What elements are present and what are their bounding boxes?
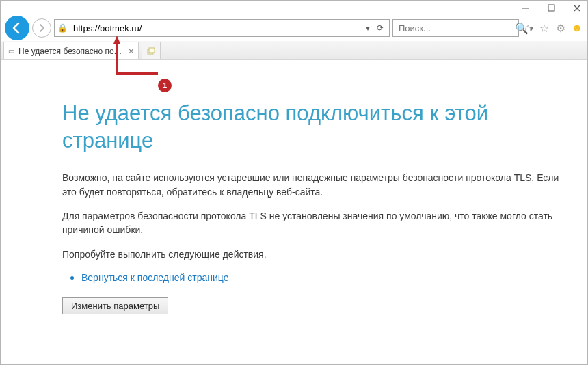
error-paragraph-1: Возможно, на сайте используются устаревш… — [62, 171, 567, 199]
tab-title: Не удается безопасно под... — [18, 46, 124, 56]
address-bar[interactable]: 🔒 ▾ ⟳ — [54, 19, 390, 37]
maximize-icon[interactable] — [545, 2, 557, 14]
list-item: Вернуться к последней странице — [81, 271, 567, 284]
feedback-icon[interactable]: ☻ — [571, 22, 583, 34]
dropdown-icon[interactable]: ▾ — [362, 23, 374, 33]
search-input[interactable] — [397, 23, 515, 34]
error-paragraph-2: Для параметров безопасности протокола TL… — [62, 209, 567, 237]
annotation-badge-1: 1 — [158, 79, 172, 92]
page-content: Не удается безопасно подключиться к этой… — [1, 60, 587, 364]
back-button[interactable] — [5, 16, 29, 40]
lock-icon: 🔒 — [57, 23, 68, 33]
new-tab-button[interactable] — [142, 42, 161, 59]
refresh-icon[interactable]: ⟳ — [374, 23, 386, 33]
favorites-icon[interactable]: ☆ — [538, 22, 550, 34]
search-bar[interactable]: 🔍▾ — [392, 19, 519, 37]
tab-favicon: ▭ — [8, 47, 14, 55]
error-paragraph-3: Попробуйте выполнить следующие действия. — [62, 247, 567, 261]
go-back-link[interactable]: Вернуться к последней странице — [81, 272, 228, 283]
window-titlebar — [1, 1, 587, 15]
browser-window: 🔒 ▾ ⟳ 🔍▾ ⌂ ☆ ⚙ ☻ 1 ▭ Не удается б — [0, 0, 588, 365]
change-settings-button[interactable]: Изменить параметры — [62, 297, 168, 314]
tab-active[interactable]: ▭ Не удается безопасно под... × — [3, 42, 139, 59]
navigation-bar: 🔒 ▾ ⟳ 🔍▾ ⌂ ☆ ⚙ ☻ 1 — [1, 15, 587, 41]
tab-close-icon[interactable]: × — [129, 46, 134, 56]
svg-rect-8 — [149, 48, 155, 53]
minimize-icon[interactable] — [519, 2, 531, 14]
toolbar-icons: ⌂ ☆ ⚙ ☻ — [522, 22, 583, 34]
svg-rect-1 — [548, 5, 554, 11]
close-icon[interactable] — [571, 2, 583, 14]
settings-icon[interactable]: ⚙ — [554, 22, 567, 34]
home-icon[interactable]: ⌂ — [522, 22, 534, 34]
url-input[interactable] — [72, 23, 362, 34]
forward-button[interactable] — [32, 18, 51, 38]
error-heading: Не удается безопасно подключиться к этой… — [62, 100, 567, 154]
tab-bar: ▭ Не удается безопасно под... × — [1, 41, 587, 60]
